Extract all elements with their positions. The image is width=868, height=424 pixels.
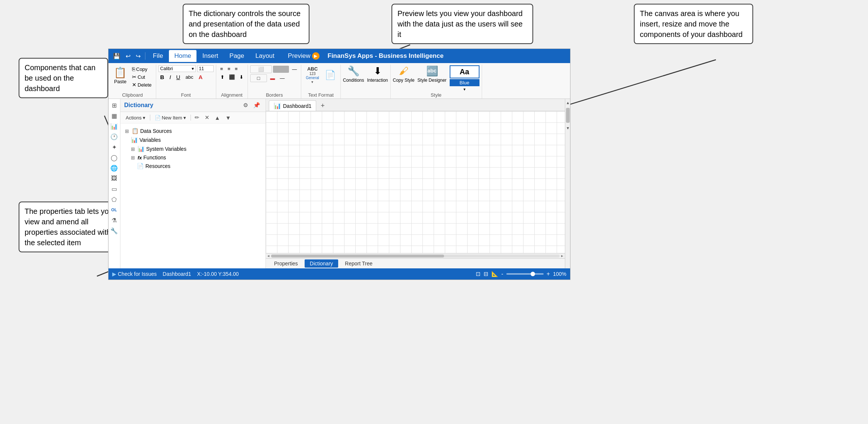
preview-icon: ▶	[312, 52, 320, 60]
zoom-plus-button[interactable]: +	[547, 271, 550, 277]
tree-item-variables[interactable]: 📊 Variables	[129, 135, 262, 144]
style-designer-button[interactable]: 🔤 Style Designer	[418, 65, 447, 83]
border-line-btn[interactable]: —	[290, 66, 299, 73]
copy-button[interactable]: ⎘ Copy	[130, 65, 154, 73]
align-left-button[interactable]: ≡	[218, 65, 225, 72]
sidebar-image-icon[interactable]: 🖼	[108, 174, 120, 183]
callout-properties-text: The properties tab lets you view and ame…	[25, 207, 113, 247]
zoom-slider-thumb[interactable]	[531, 272, 535, 276]
new-item-button[interactable]: 📄 New Item ▾	[152, 114, 188, 121]
scroll-down-arrow[interactable]: ▾	[566, 124, 570, 132]
variables-label: Variables	[139, 137, 161, 143]
font-size-selector[interactable]: 11	[197, 65, 214, 72]
tab-page[interactable]: Page	[224, 50, 249, 62]
scroll-right-arrow[interactable]: ▸	[561, 253, 563, 258]
border-color-btn[interactable]: ▬	[268, 75, 277, 82]
tree-item-functions[interactable]: ⊞ fx Functions	[129, 153, 262, 162]
conditions-button[interactable]: 🔧 Conditions	[343, 65, 364, 83]
sidebar-grid-icon[interactable]: ▦	[108, 111, 120, 121]
border-more-btn[interactable]: —	[278, 75, 286, 82]
sidebar-table-icon[interactable]: ⊞	[108, 100, 120, 110]
text-format-btn[interactable]: 📄	[323, 69, 338, 81]
fit-page-icon[interactable]: ⊡	[476, 271, 481, 277]
border-outer-btn[interactable]: □	[250, 74, 267, 82]
font-color-button[interactable]: A	[196, 73, 204, 81]
tab-layout[interactable]: Layout	[250, 50, 280, 62]
scroll-thumb[interactable]	[566, 108, 570, 123]
dict-edit-icon[interactable]: ✏	[193, 113, 201, 122]
dict-settings-icon[interactable]: ⚙	[242, 101, 249, 109]
bold-button[interactable]: B	[158, 73, 166, 81]
border-style-btn[interactable]: ⬜	[250, 65, 272, 73]
align-bottom-button[interactable]: ⬇	[238, 74, 245, 81]
zoom-slider[interactable]	[506, 273, 544, 275]
play-icon: ▶	[112, 271, 116, 277]
dashboard-tab[interactable]: 📊 Dashboard1	[269, 100, 316, 111]
delete-button[interactable]: ✕ Delete	[130, 81, 154, 88]
canvas-grid[interactable]	[266, 111, 565, 253]
sidebar-wrench-icon[interactable]: 🔧	[108, 226, 120, 236]
text-format-icon: 📄	[325, 70, 336, 80]
tab-file[interactable]: File	[148, 50, 168, 62]
tab-home[interactable]: Home	[169, 50, 196, 62]
properties-tab[interactable]: Properties	[269, 259, 303, 268]
sidebar-clock-icon[interactable]: 🕐	[108, 132, 120, 141]
font-dropdown-icon: ▾	[192, 66, 194, 71]
cut-button[interactable]: ✂ Cut	[130, 73, 154, 81]
dict-down-icon[interactable]: ▼	[224, 114, 232, 122]
h-scroll-track[interactable]	[271, 255, 560, 258]
preview-button[interactable]: Preview ▶	[288, 52, 319, 60]
callout-dictionary-text: The dictionary controls the source and p…	[189, 9, 301, 38]
italic-button[interactable]: I	[167, 73, 173, 81]
underline-button[interactable]: U	[174, 73, 182, 81]
font-selector[interactable]: Calibri ▾	[158, 65, 196, 72]
report-tree-tab[interactable]: Report Tree	[340, 259, 378, 268]
style-preview-item[interactable]: Aa Blue ▾	[450, 65, 479, 92]
callout-canvas-text: The canvas area is where you insert, res…	[640, 9, 743, 38]
style-preview-text: Aa	[450, 65, 479, 78]
fit-width-icon[interactable]: ⊟	[484, 271, 488, 277]
data-sources-label: Data Sources	[140, 128, 172, 134]
scroll-up-arrow[interactable]: ▴	[566, 99, 570, 106]
border-fill-btn[interactable]	[273, 66, 289, 73]
sidebar-shape-icon[interactable]: ⬠	[108, 194, 120, 204]
actual-size-icon[interactable]: 📐	[491, 271, 499, 277]
save-icon[interactable]: 💾	[111, 51, 123, 61]
tree-item-system-variables[interactable]: ⊞ 📊 System Variables	[129, 144, 262, 153]
sidebar-ol-icon[interactable]: OL	[108, 205, 120, 215]
dictionary-header: Dictionary ⚙ 📌	[120, 99, 265, 112]
sidebar-rect-icon[interactable]: ▭	[108, 184, 120, 194]
tree-item-data-sources[interactable]: ⊞ 📋 Data Sources	[123, 127, 262, 135]
actions-button[interactable]: Actions ▾	[123, 114, 148, 121]
tree-item-resources[interactable]: 📄 Resources	[135, 162, 262, 171]
h-scroll-thumb[interactable]	[271, 255, 444, 258]
sidebar-filter-icon[interactable]: ⚗	[108, 215, 120, 225]
undo-icon[interactable]: ↩	[123, 51, 133, 61]
dict-pin-icon[interactable]: 📌	[252, 101, 262, 109]
scroll-left-arrow[interactable]: ◂	[267, 253, 270, 258]
strikethrough-button[interactable]: abc	[183, 74, 195, 81]
vertical-scrollbar[interactable]: ▴ ▾	[565, 99, 570, 268]
align-middle-button[interactable]: ⬛	[227, 74, 237, 81]
horizontal-scrollbar[interactable]: ◂ ▸	[266, 253, 565, 258]
sidebar-circle-icon[interactable]: ◯	[108, 153, 120, 162]
expand-icon-data-sources: ⊞	[125, 128, 130, 134]
copy-style-button[interactable]: 🖌 Copy Style	[393, 65, 415, 83]
tab-insert[interactable]: Insert	[197, 50, 224, 62]
align-top-button[interactable]: ⬆	[218, 74, 226, 81]
paste-button[interactable]: 📋 Paste	[111, 65, 129, 85]
functions-icon: fx	[138, 155, 142, 160]
align-right-button[interactable]: ≡	[233, 65, 240, 72]
dict-up-icon[interactable]: ▲	[213, 114, 222, 122]
sidebar-chart-icon[interactable]: 📊	[108, 121, 120, 131]
sidebar-star-icon[interactable]: ✦	[108, 142, 120, 152]
redo-icon[interactable]: ↪	[133, 51, 143, 61]
zoom-minus-button[interactable]: -	[501, 271, 503, 277]
add-tab-button[interactable]: +	[318, 101, 328, 110]
dict-delete-icon[interactable]: ✕	[203, 113, 211, 122]
dictionary-tab[interactable]: Dictionary	[305, 259, 338, 268]
align-center-button[interactable]: ≡	[226, 65, 232, 72]
sidebar-globe-icon[interactable]: 🌐	[108, 163, 120, 173]
check-issues-button[interactable]: ▶ Check for Issues	[112, 271, 157, 277]
interaction-button[interactable]: ⬇ Interaction	[367, 65, 388, 83]
